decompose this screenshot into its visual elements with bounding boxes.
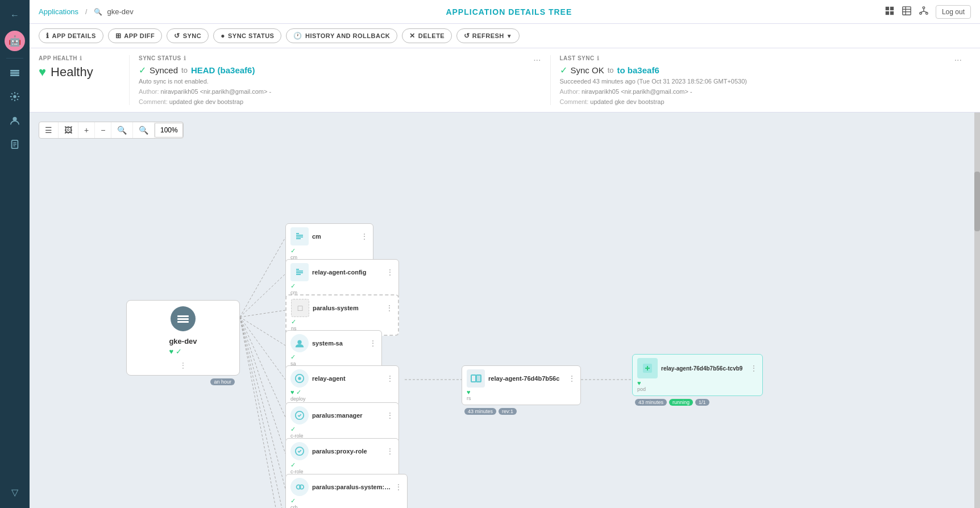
node-paralus-manager[interactable]: paralus:manager ⋮ ✓ c-role 43 minutes: [285, 402, 399, 443]
node-relay-agent[interactable]: relay-agent ⋮ ♥ ✓ deploy 43 minutes rev:…: [285, 365, 399, 406]
node-rs-type: rs: [467, 395, 576, 401]
grid-view-icon[interactable]: [885, 6, 895, 18]
app-health-info-icon[interactable]: ℹ: [80, 55, 82, 61]
svg-line-23: [240, 238, 285, 317]
logout-button[interactable]: Log out: [936, 5, 971, 19]
node-cm-top[interactable]: cm ⋮ ✓ cm 43 minutes: [285, 223, 373, 264]
node-rs-time: 43 minutes: [464, 408, 496, 415]
app-details-button[interactable]: ℹ APP DETAILS: [39, 28, 103, 43]
breadcrumb-separator: /: [85, 8, 87, 16]
node-relay-agent-name: relay-agent: [312, 375, 383, 382]
sidebar: ← 🤖 ▽: [0, 0, 30, 508]
node-relay-agent-config[interactable]: relay-agent-config ⋮ ✓ cm 43 minutes: [285, 259, 399, 299]
root-heart-icon: ♥: [169, 347, 173, 356]
zoom-out-button[interactable]: −: [95, 122, 111, 138]
last-sync-ref[interactable]: to ba3eaf6: [617, 65, 659, 75]
table-view-icon[interactable]: [902, 6, 912, 18]
node-paralus-system-menu[interactable]: ⋮: [385, 303, 393, 313]
svg-line-22: [924, 11, 927, 12]
node-system-sa[interactable]: system-sa ⋮ ✓ sa 43 minutes: [285, 330, 382, 370]
root-node-menu[interactable]: ⋮: [180, 361, 186, 369]
app-diff-button[interactable]: ⊞ APP DIFF: [108, 28, 162, 43]
root-node[interactable]: gke-dev ♥ ✓ ⋮ an hour: [126, 300, 240, 376]
sidebar-divider: [6, 58, 23, 59]
sidebar-icon-settings[interactable]: [0, 86, 30, 110]
sync-button[interactable]: ↺ SYNC: [167, 28, 209, 43]
node-relay-agent-menu[interactable]: ⋮: [386, 374, 394, 383]
sidebar-icon-user[interactable]: [0, 110, 30, 134]
node-rs-menu[interactable]: ⋮: [568, 374, 576, 383]
refresh-icon: ↺: [464, 32, 470, 40]
sync-status-title: SYNC STATUS ℹ: [139, 55, 271, 61]
sidebar-icon-filter[interactable]: ▽: [0, 481, 30, 503]
svg-rect-42: [296, 269, 299, 270]
root-node-status: ♥ ✓: [169, 347, 197, 356]
svg-point-3: [13, 95, 16, 98]
node-cm-top-menu[interactable]: ⋮: [360, 232, 368, 241]
delete-button[interactable]: ✕ DELETE: [402, 28, 452, 43]
node-relay-agent-icon: [290, 369, 309, 388]
node-pod-menu[interactable]: ⋮: [750, 364, 758, 373]
svg-rect-56: [471, 375, 476, 382]
app-health-title: APP HEALTH ℹ: [39, 55, 120, 61]
sidebar-back-arrow[interactable]: ←: [0, 5, 30, 26]
node-pod-type: pod: [637, 386, 758, 392]
node-paralus-mana-type: crb: [290, 505, 402, 508]
image-view-button[interactable]: 🖼: [59, 122, 78, 138]
svg-rect-44: [296, 272, 303, 273]
node-relay-config-menu[interactable]: ⋮: [386, 268, 394, 277]
sync-target-ref[interactable]: HEAD (ba3eaf6): [191, 65, 255, 75]
tree-view-icon[interactable]: [919, 6, 929, 18]
node-paralus-manager-menu[interactable]: ⋮: [386, 411, 394, 420]
breadcrumb-applications[interactable]: Applications: [39, 7, 78, 16]
last-sync-time: Succeeded 43 minutes ago (Tue Oct 31 202…: [560, 78, 748, 85]
user-avatar: 🤖: [5, 31, 25, 51]
node-pod-heart: ♥: [637, 380, 641, 386]
sync-status-panel: SYNC STATUS ℹ ✓ Synced to HEAD (ba3eaf6)…: [130, 55, 551, 105]
zoom-fit-button[interactable]: 🔍: [111, 122, 133, 138]
action-toolbar: ℹ APP DETAILS ⊞ APP DIFF ↺ SYNC ● SYNC S…: [30, 24, 980, 48]
last-sync-info-icon[interactable]: ℹ: [597, 55, 600, 61]
svg-rect-39: [296, 235, 303, 236]
list-view-button[interactable]: ☰: [39, 122, 59, 138]
auto-sync-text: Auto sync is not enabled.: [139, 78, 271, 85]
last-sync-panel: LAST SYNC ℹ ✓ Sync OK to to ba3eaf6 Succ…: [551, 55, 971, 105]
zoom-in-button[interactable]: +: [78, 122, 95, 138]
node-paralus-proxy-check: ✓: [290, 461, 296, 469]
root-node-name: gke-dev: [169, 337, 197, 345]
page-title: APPLICATION DETAILS TREE: [446, 7, 572, 16]
scrollbar-thumb[interactable]: [974, 172, 980, 231]
node-cm-top-check: ✓: [290, 247, 296, 255]
node-paralus-system-mana[interactable]: paralus:paralus-system:mana... ⋮ ✓ crb 4…: [285, 474, 408, 508]
sidebar-icon-layers[interactable]: [0, 61, 30, 86]
scrollbar[interactable]: [974, 113, 980, 508]
health-status: Healthy: [51, 65, 93, 80]
delete-icon: ✕: [409, 32, 416, 40]
sync-status-more-icon[interactable]: ···: [533, 55, 541, 65]
last-sync-author: Author: niravparikh05 <nir.parikh@gmail.…: [560, 88, 748, 95]
node-pod-icon: [637, 358, 658, 378]
sync-status-info-icon[interactable]: ℹ: [184, 55, 186, 61]
svg-line-29: [240, 317, 285, 453]
zoom-level-input[interactable]: [155, 123, 183, 138]
sync-status-button[interactable]: ● SYNC STATUS: [213, 28, 281, 43]
svg-rect-40: [296, 236, 303, 238]
node-pod-running: running: [669, 399, 693, 406]
node-rs-rev: rev:1: [499, 408, 517, 415]
node-system-sa-menu[interactable]: ⋮: [369, 339, 377, 348]
node-paralus-proxy-role[interactable]: paralus:proxy-role ⋮ ✓ c-role 43 minutes: [285, 438, 399, 478]
node-paralus-proxy-menu[interactable]: ⋮: [386, 447, 394, 456]
last-sync-more-icon[interactable]: ···: [954, 55, 962, 65]
node-relay-agent-rs[interactable]: relay-agent-76d4b7b56c ⋮ ♥ rs 43 minutes…: [462, 365, 581, 405]
history-rollback-button[interactable]: 🕐 HISTORY AND ROLLBACK: [286, 28, 397, 43]
zoom-reset-button[interactable]: 🔍: [133, 122, 155, 138]
node-paralus-mana-menu[interactable]: ⋮: [395, 482, 402, 492]
node-relay-agent-pod[interactable]: relay-agent-76d4b7b56c-tcvb9 ⋮ ♥ pod 43 …: [632, 354, 763, 396]
sidebar-icon-docs[interactable]: [0, 134, 30, 157]
app-health-panel: APP HEALTH ℹ ♥ Healthy: [39, 55, 130, 105]
node-system-sa-check: ✓: [290, 353, 296, 361]
last-sync-comment: Comment: updated gke dev bootstrap: [560, 98, 748, 105]
svg-point-18: [920, 12, 922, 14]
sync-check-icon: ✓: [139, 65, 146, 76]
refresh-button[interactable]: ↺ REFRESH ▼: [456, 28, 520, 43]
